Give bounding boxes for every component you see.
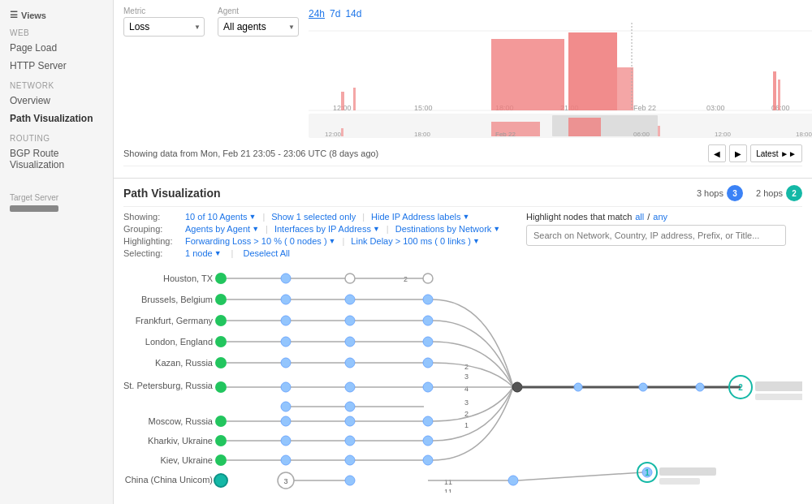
- target-server-bar: [10, 205, 58, 212]
- selecting-row: Selecting: 1 node ▼ | Deselect All: [123, 248, 513, 258]
- start-node-moscow: [215, 416, 227, 427]
- svg-text:03:00: 03:00: [706, 104, 725, 112]
- svg-point-66: [345, 274, 355, 283]
- svg-point-92: [423, 358, 433, 368]
- all-link[interactable]: all: [635, 212, 644, 222]
- start-node-kiev: [215, 454, 227, 466]
- svg-rect-121: [659, 478, 700, 485]
- deselect-all-link[interactable]: Deselect All: [243, 248, 289, 258]
- svg-point-51: [281, 436, 291, 446]
- interfaces-dropdown[interactable]: Interfaces by IP Address ▼: [274, 224, 380, 234]
- time-link-14d[interactable]: 14d: [345, 8, 361, 19]
- agents-by-agent-dropdown[interactable]: Agents by Agent ▼: [185, 224, 259, 234]
- sidebar-header: ☰ Views: [0, 6, 113, 22]
- highlight-controls: Highlight nodes that match all / any: [526, 212, 802, 222]
- selecting-label: Selecting:: [123, 248, 180, 258]
- sidebar-item-bgp[interactable]: BGP Route Visualization: [0, 144, 113, 174]
- destinations-dropdown[interactable]: Destinations by Network ▼: [395, 224, 501, 234]
- showing-agents-dropdown[interactable]: 10 of 10 Agents ▼: [185, 212, 256, 222]
- svg-point-90: [423, 316, 433, 325]
- node-count-dropdown[interactable]: 1 node ▼: [185, 248, 222, 258]
- svg-point-106: [508, 476, 518, 485]
- svg-rect-13: [353, 88, 356, 110]
- chart-area: Metric Loss Agent All agents: [114, 0, 812, 179]
- start-node-spb: [215, 381, 227, 393]
- svg-text:2: 2: [464, 363, 469, 371]
- sidebar-item-overview[interactable]: Overview: [0, 92, 113, 110]
- forwarding-loss-dropdown[interactable]: Forwarding Loss > 10 % ( 0 nodes ) ▼: [185, 236, 335, 246]
- agent-label: Agent: [218, 6, 299, 15]
- any-link[interactable]: any: [653, 212, 667, 222]
- sidebar-section-web: WEB: [0, 22, 113, 39]
- node-label-kiev: Kiev, Ukraine: [160, 455, 213, 465]
- highlighting-label: Highlighting:: [123, 236, 180, 246]
- hop-2-label: 2 hops: [756, 188, 783, 198]
- showing-label: Showing:: [123, 212, 180, 222]
- svg-rect-117: [755, 394, 802, 400]
- svg-point-43: [281, 274, 291, 283]
- prev-button[interactable]: ◀: [708, 144, 726, 162]
- svg-point-69: [345, 337, 355, 347]
- hide-ip-link[interactable]: Hide IP Address labels ▼: [371, 212, 469, 222]
- show-selected-link[interactable]: Show 1 selected only: [271, 212, 356, 222]
- latest-button[interactable]: Latest ►►: [750, 144, 802, 162]
- svg-point-49: [281, 402, 291, 411]
- svg-point-48: [281, 382, 291, 392]
- svg-point-67: [345, 295, 355, 304]
- search-input[interactable]: [526, 225, 786, 246]
- next-button[interactable]: ▶: [729, 144, 747, 162]
- data-info-row: Showing data from Mon, Feb 21 23:05 - 23…: [123, 141, 802, 166]
- svg-point-44: [281, 295, 291, 304]
- sidebar-section-network: NETWORK: [0, 75, 113, 92]
- svg-point-94: [423, 416, 433, 426]
- path-vis-area: Path Visualization 3 hops 3 2 hops 2 Sho…: [114, 179, 812, 504]
- svg-point-70: [345, 358, 355, 368]
- time-link-24h[interactable]: 24h: [309, 8, 325, 19]
- svg-point-91: [423, 337, 433, 347]
- grouping-row: Grouping: Agents by Agent ▼ | Interfaces…: [123, 224, 513, 234]
- svg-point-52: [281, 455, 291, 465]
- start-node-frankfurt: [215, 315, 227, 326]
- svg-text:1: 1: [645, 468, 650, 477]
- svg-point-72: [345, 402, 355, 411]
- svg-point-88: [423, 274, 433, 283]
- sidebar-item-path-vis[interactable]: Path Visualization: [0, 110, 113, 127]
- sidebar-item-http-server[interactable]: HTTP Server: [0, 57, 113, 75]
- svg-point-76: [345, 476, 355, 485]
- nav-buttons: ◀ ▶ Latest ►►: [708, 144, 802, 162]
- path-vis-header: Path Visualization 3 hops 3 2 hops 2: [123, 185, 802, 207]
- graph-container: Houston, TX Brussels, Belgium Frankfurt,…: [123, 265, 802, 493]
- hop-3-label: 3 hops: [697, 188, 723, 198]
- start-node-houston: [215, 273, 227, 284]
- svg-point-74: [345, 436, 355, 446]
- time-link-7d[interactable]: 7d: [330, 8, 340, 19]
- svg-point-73: [345, 416, 355, 426]
- node-label-houston: Houston, TX: [163, 274, 214, 283]
- svg-point-45: [281, 316, 291, 325]
- node-label-london: London, England: [145, 337, 213, 347]
- svg-rect-120: [659, 467, 716, 476]
- start-node-london: [215, 336, 227, 347]
- svg-text:Feb 22: Feb 22: [495, 131, 516, 138]
- agent-select[interactable]: All agents: [218, 17, 299, 37]
- svg-point-89: [423, 295, 433, 304]
- svg-point-46: [281, 337, 291, 347]
- main-content: Metric Loss Agent All agents: [114, 0, 812, 504]
- svg-text:4: 4: [464, 385, 469, 393]
- svg-text:11: 11: [444, 488, 452, 493]
- svg-point-96: [423, 455, 433, 465]
- sidebar-item-page-load[interactable]: Page Load: [0, 39, 113, 57]
- link-delay-dropdown[interactable]: Link Delay > 100 ms ( 0 links ) ▼: [351, 236, 480, 246]
- main-chart: 100% 0% 12:00 15:00 18:00 21:00 Feb 22 0…: [309, 23, 812, 112]
- svg-point-112: [639, 383, 647, 391]
- svg-text:12:00: 12:00: [715, 131, 732, 138]
- svg-rect-16: [617, 67, 633, 110]
- node-label-moscow: Moscow, Russia: [149, 416, 214, 426]
- node-label-spb: St. Petersburg, Russia: [123, 381, 214, 390]
- svg-point-111: [574, 383, 582, 391]
- svg-point-71: [345, 382, 355, 392]
- metric-select[interactable]: Loss: [123, 17, 205, 37]
- grouping-label: Grouping:: [123, 224, 180, 234]
- chart-controls: Metric Loss Agent All agents: [123, 6, 299, 37]
- svg-point-113: [696, 383, 704, 391]
